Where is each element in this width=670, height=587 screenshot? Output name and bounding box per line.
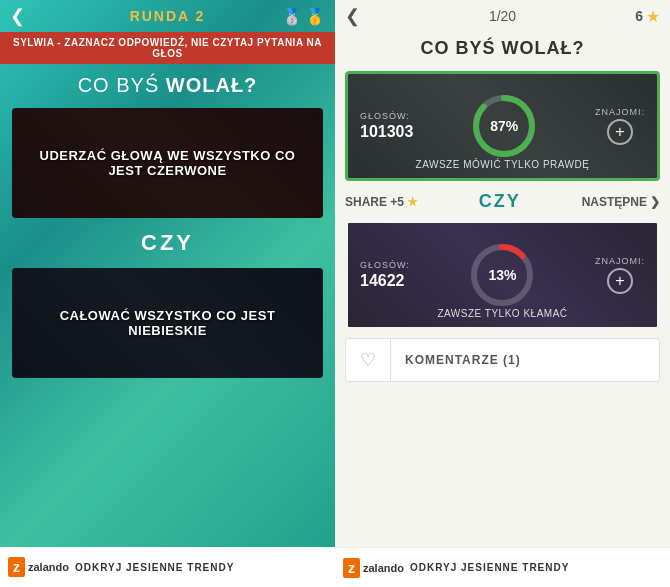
question-bold-left: WOLAŁ? bbox=[166, 74, 258, 96]
result-circle-1: 87% bbox=[469, 91, 539, 161]
comment-button[interactable]: KOMENTARZE (1) bbox=[391, 343, 659, 377]
znajomi-label-2: ZNAJOMI: bbox=[595, 256, 645, 266]
trophy-gold-icon: 🥇 bbox=[305, 7, 325, 26]
trophy-icons: 🥈 🥇 bbox=[282, 7, 325, 26]
votes-count-1: 101303 bbox=[360, 123, 413, 141]
votes-left-col-2: GŁOSÓW: 14622 bbox=[360, 260, 410, 290]
result-card-1[interactable]: GŁOSÓW: 101303 87% ZNAJOMI: + ZAWSZE MÓW… bbox=[345, 71, 660, 181]
share-label: SHARE +5 bbox=[345, 195, 404, 209]
right-header: ❮ 1/20 6 ★ bbox=[335, 0, 670, 32]
choice-card-2[interactable]: CAŁOWAĆ WSZYSTKO CO JEST NIEBIESKIE bbox=[12, 268, 323, 378]
ad-text-left: ODKRYJ JESIENNE TRENDY bbox=[75, 562, 234, 573]
votes-count-2: 14622 bbox=[360, 272, 410, 290]
left-header: ❮ RUNDA 2 🥈 🥇 bbox=[0, 0, 335, 32]
circle-percent-1: 87% bbox=[490, 118, 518, 134]
question-prefix-left: CO BYŚ bbox=[78, 74, 166, 96]
share-czy-row: SHARE +5 ★ CZY NASTĘPNE ❯ bbox=[335, 185, 670, 218]
question-title-right: CO BYŚ WOLAŁ? bbox=[335, 32, 670, 67]
circle-percent-2: 13% bbox=[488, 267, 516, 283]
share-star-icon: ★ bbox=[407, 195, 418, 209]
znajomi-plus-2[interactable]: + bbox=[607, 268, 633, 294]
round-title: RUNDA 2 bbox=[130, 8, 206, 24]
zalando-z-right: z bbox=[343, 558, 360, 578]
heart-button[interactable]: ♡ bbox=[346, 339, 391, 381]
left-panel: ❮ RUNDA 2 🥈 🥇 SYLWIA - ZAZNACZ ODPOWIEDŹ… bbox=[0, 0, 335, 587]
result-card-1-inner: GŁOSÓW: 101303 87% ZNAJOMI: + ZAWSZE MÓW… bbox=[348, 74, 657, 178]
result-card-2-inner: GŁOSÓW: 14622 13% ZNAJOMI: + ZAWSZE TYLK… bbox=[348, 223, 657, 327]
zalando-name-left: zalando bbox=[28, 561, 69, 573]
znajomi-plus-1[interactable]: + bbox=[607, 119, 633, 145]
zalando-logo-left: z zalando bbox=[8, 557, 69, 577]
zalando-name-right: zalando bbox=[363, 562, 404, 574]
result-card-2[interactable]: GŁOSÓW: 14622 13% ZNAJOMI: + ZAWSZE TYLK… bbox=[345, 220, 660, 330]
znajomi-label-1: ZNAJOMI: bbox=[595, 107, 645, 117]
zalando-z-left: z bbox=[8, 557, 25, 577]
votes-left-col-1: GŁOSÓW: 101303 bbox=[360, 111, 413, 141]
ad-banner-right[interactable]: z zalando ODKRYJ JESIENNE TRENDY bbox=[335, 547, 670, 587]
nastepne-arrow-icon: ❯ bbox=[650, 195, 660, 209]
czy-divider-left: CZY bbox=[0, 224, 335, 262]
ad-banner-left[interactable]: z zalando ODKRYJ JESIENNE TRENDY bbox=[0, 547, 335, 587]
star-count: 6 bbox=[635, 8, 643, 24]
share-button[interactable]: SHARE +5 ★ bbox=[345, 195, 418, 209]
choice-2-text: CAŁOWAĆ WSZYSTKO CO JEST NIEBIESKIE bbox=[12, 298, 323, 348]
back-button-left[interactable]: ❮ bbox=[10, 5, 25, 27]
comment-row: ♡ KOMENTARZE (1) bbox=[345, 338, 660, 382]
question-title-left: CO BYŚ WOLAŁ? bbox=[0, 64, 335, 102]
result-bottom-text-1: ZAWSZE MÓWIĆ TYLKO PRAWDĘ bbox=[348, 159, 657, 170]
votes-label-1: GŁOSÓW: bbox=[360, 111, 413, 121]
czy-middle-right: CZY bbox=[479, 191, 521, 212]
star-icon-right: ★ bbox=[646, 7, 660, 26]
zalando-logo-right: z zalando bbox=[343, 558, 404, 578]
result-circle-2: 13% bbox=[467, 240, 537, 310]
circle-container-2: 13% bbox=[467, 240, 537, 310]
ad-text-right: ODKRYJ JESIENNE TRENDY bbox=[410, 562, 569, 573]
nastepne-label: NASTĘPNE bbox=[582, 195, 647, 209]
trophy-medal-icon: 🥈 bbox=[282, 7, 302, 26]
progress-indicator: 1/20 bbox=[489, 8, 516, 24]
stars-right: 6 ★ bbox=[635, 7, 660, 26]
choice-card-1[interactable]: UDERZAĆ GŁOWĄ WE WSZYSTKO CO JEST CZERWO… bbox=[12, 108, 323, 218]
right-panel: ❮ 1/20 6 ★ CO BYŚ WOLAŁ? GŁOSÓW: 101303 … bbox=[335, 0, 670, 587]
znajomi-right-col-1: ZNAJOMI: + bbox=[595, 107, 645, 145]
result-bottom-text-2: ZAWSZE TYLKO KŁAMAĆ bbox=[348, 308, 657, 319]
sylwia-banner: SYLWIA - ZAZNACZ ODPOWIEDŹ, NIE CZYTAJ P… bbox=[0, 32, 335, 64]
circle-container-1: 87% bbox=[469, 91, 539, 161]
votes-label-2: GŁOSÓW: bbox=[360, 260, 410, 270]
znajomi-right-col-2: ZNAJOMI: + bbox=[595, 256, 645, 294]
choice-1-text: UDERZAĆ GŁOWĄ WE WSZYSTKO CO JEST CZERWO… bbox=[12, 138, 323, 188]
nastepne-button[interactable]: NASTĘPNE ❯ bbox=[582, 195, 660, 209]
back-button-right[interactable]: ❮ bbox=[345, 5, 360, 27]
